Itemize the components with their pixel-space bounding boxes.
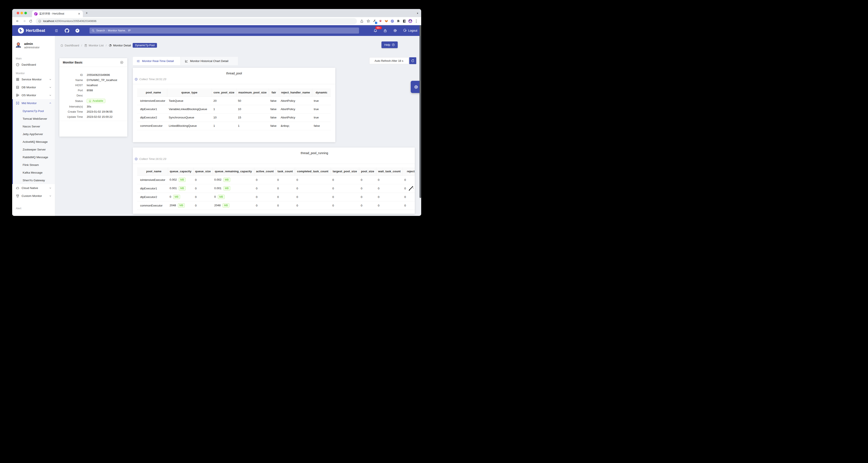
share-icon[interactable] xyxy=(360,20,364,23)
metric-title: thread_pool xyxy=(133,68,335,75)
clipboard-icon xyxy=(84,44,87,47)
monitor-basic-title: Monitor Basic xyxy=(63,61,83,64)
unit-badge: MB xyxy=(179,178,186,182)
tab-realtime-detail[interactable]: Monitor Real-Time Detail xyxy=(133,57,181,65)
auto-refresh-countdown[interactable]: Auto Refresh After 18 s xyxy=(369,57,409,64)
table-row: ioIntensiveExecutor0.002MB00.002MB000000… xyxy=(137,175,415,184)
collect-time: Collect Time:16:51:23 xyxy=(134,78,335,81)
window-zoom-button[interactable] xyxy=(24,12,27,14)
main-content: DashBoard / Monitor List / Monitor Detai… xyxy=(55,36,421,216)
sidebar-item-service-monitor[interactable]: Service Monitor xyxy=(12,76,55,83)
basic-field-status: StatusAvailable xyxy=(59,98,127,104)
sidebar-item-kafka-message[interactable]: Kafka Message xyxy=(13,169,55,176)
sidebar-item-shenyu-gateway[interactable]: ShenYu Gateway xyxy=(13,176,55,184)
sidebar-item-activemq-message[interactable]: ActiveMQ Message xyxy=(13,138,55,146)
reload-icon[interactable] xyxy=(29,20,32,23)
column-header-queue-type: queue_type xyxy=(167,88,212,97)
sidebar-item-dynamictp-pool[interactable]: DynamicTp Pool xyxy=(13,107,55,115)
basic-field-update-time: Update Time2023-02-02 15:00:22 xyxy=(59,114,127,119)
sidebar-item-tomcat-webserver[interactable]: Tomcat WebServer xyxy=(13,115,55,122)
browser-window: 监控详情 - HertzBeat ✕ + ▾ localhost:4200/mo… xyxy=(12,9,421,216)
flower-extension-icon[interactable] xyxy=(378,19,382,23)
table-row: ioIntensiveExecutorTaskQueue2050falseAbo… xyxy=(137,97,331,105)
browser-menu-dots-icon[interactable] xyxy=(414,19,418,23)
unit-badge: MB xyxy=(179,186,186,191)
logout-icon xyxy=(403,29,407,32)
gitee-icon[interactable] xyxy=(75,28,80,33)
metamask-fox-icon[interactable] xyxy=(384,19,388,23)
window-minimize-button[interactable] xyxy=(21,12,23,14)
translate-extension-icon[interactable]: 1 xyxy=(372,19,376,23)
app-header: HertzBeat Search：Monitor Name、IP 99+ xyxy=(12,25,421,36)
unit-badge: MB xyxy=(223,178,230,182)
column-header-queue-size: queue_size xyxy=(193,167,213,175)
sidebar-section-alert: Alert xyxy=(12,206,55,210)
close-circle-icon[interactable] xyxy=(120,61,123,64)
lock-icon[interactable] xyxy=(383,29,387,33)
clock-icon xyxy=(134,157,138,161)
column-header-completed-task-count: completed_task_count xyxy=(295,167,331,175)
column-header-reject-handler-name: reject_handler_name xyxy=(279,88,312,97)
chevron-down-icon xyxy=(49,187,52,189)
help-button[interactable]: Help xyxy=(381,41,398,48)
column-header-queue-remaining-capacity: queue_remaining_capacity xyxy=(213,167,254,175)
unit-badge: MB xyxy=(218,195,225,199)
menu-fold-icon[interactable] xyxy=(55,29,58,32)
table-row: dtpExecutor10.001MB00.001MB0000000 xyxy=(137,184,415,193)
refresh-icon xyxy=(411,59,414,63)
notifications-bell-icon[interactable]: 99+ xyxy=(373,29,377,33)
hertzbeat-logo xyxy=(18,27,24,34)
chevron-down-icon xyxy=(49,86,52,88)
tab-historical-chart[interactable]: Monitor Historical Chart Detail xyxy=(181,57,238,65)
sidebar-extension-icon[interactable] xyxy=(402,19,406,23)
sidebar-item-flink-stream[interactable]: Flink Stream xyxy=(13,161,55,169)
user-block[interactable]: admin administrator xyxy=(12,36,55,50)
back-icon[interactable] xyxy=(16,19,20,23)
sidebar-item-zookeeper-server[interactable]: Zookeeper Server xyxy=(13,146,55,153)
sidebar-item-rabbitmq-message[interactable]: RabbitMQ Message xyxy=(13,153,55,161)
sidebar-item-os-monitor[interactable]: OS Monitor xyxy=(12,91,55,99)
breadcrumb-dashboard[interactable]: DashBoard xyxy=(60,44,79,47)
sidebar-item-cloud-native[interactable]: Cloud Native xyxy=(12,184,55,192)
new-tab-button[interactable]: + xyxy=(86,11,88,15)
window-close-button[interactable] xyxy=(17,12,19,14)
settings-gear-icon[interactable] xyxy=(393,28,397,33)
sidebar-item-custom-monitor[interactable]: Custom Monitor xyxy=(12,192,55,200)
monitor-basic-card: Monitor Basic ID205540620349696NameDYNAM… xyxy=(59,58,127,137)
sidebar-item-dashboard[interactable]: DashBoard xyxy=(12,61,55,68)
bookmark-star-icon[interactable] xyxy=(367,19,370,23)
profile-avatar[interactable] xyxy=(408,19,412,23)
shirt-icon xyxy=(16,194,20,198)
url-bar[interactable]: localhost:4200/monitors/205540620349696 xyxy=(36,18,357,24)
cloud-icon xyxy=(16,186,20,190)
sidebar-item-nacos-server[interactable]: Nacos Server xyxy=(13,122,55,130)
sidebar-item-db-monitor[interactable]: DB Monitor xyxy=(12,83,55,91)
page-scrollbar[interactable] xyxy=(420,25,421,198)
sidebar-item-jetty-appserver[interactable]: Jetty AppServer xyxy=(13,130,55,138)
unit-badge: MB xyxy=(222,203,229,208)
breadcrumb-monitor-detail: Monitor Detail xyxy=(109,44,131,47)
search-input[interactable]: Search：Monitor Name、IP xyxy=(90,28,359,34)
github-icon[interactable] xyxy=(65,28,69,33)
column-header-task-count: task_count xyxy=(276,167,295,175)
chevron-down-icon xyxy=(49,195,52,197)
extensions-puzzle-icon[interactable] xyxy=(396,19,400,23)
avatar xyxy=(15,42,22,50)
logout-button[interactable]: Logout xyxy=(403,29,417,32)
brand-title[interactable]: HertzBeat xyxy=(26,28,45,33)
refresh-button[interactable] xyxy=(409,57,416,64)
table-row: dtpExecutor2SynchronousQueue1015falseAbo… xyxy=(137,113,331,122)
breadcrumb-monitor-list[interactable]: Monitor List xyxy=(84,44,103,47)
os-icon xyxy=(16,93,20,97)
basic-field-desc: Desc xyxy=(59,93,127,98)
sidebar-item-mid-monitor[interactable]: Mid Monitor xyxy=(13,99,55,107)
site-info-icon[interactable] xyxy=(38,20,41,23)
unit-badge: MB xyxy=(223,186,230,191)
blue-circle-extension-icon[interactable] xyxy=(391,19,394,23)
tab-close-icon[interactable]: ✕ xyxy=(78,12,81,16)
tab-search-chevron-icon[interactable]: ▾ xyxy=(417,12,418,15)
table-row: commonExecutorLinkedBlockingQueue11false… xyxy=(137,122,331,130)
browser-tab[interactable]: 监控详情 - HertzBeat ✕ xyxy=(32,10,83,17)
forward-icon[interactable] xyxy=(23,19,26,23)
column-header-queue-capacity: queue_capacity xyxy=(168,167,193,175)
